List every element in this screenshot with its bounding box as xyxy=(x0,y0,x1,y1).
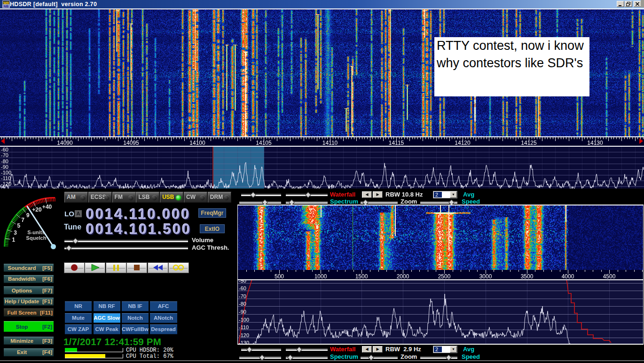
svg-text:NB: NB xyxy=(4,4,9,8)
